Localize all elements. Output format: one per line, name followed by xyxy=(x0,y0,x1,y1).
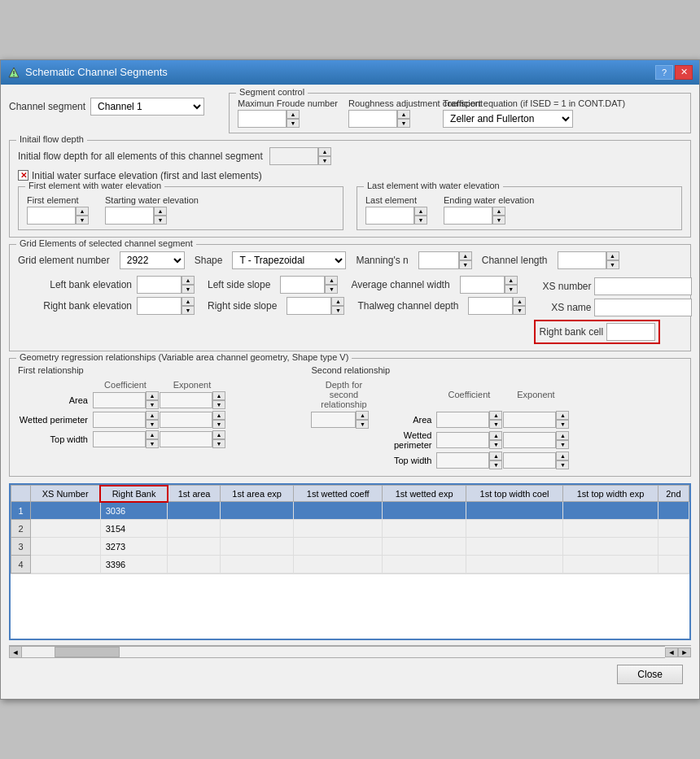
starting-water-input[interactable]: 191.56 xyxy=(105,207,154,225)
second-wetted-exp[interactable]: 0.00 xyxy=(503,432,556,448)
area-cell[interactable] xyxy=(168,502,221,520)
all-elements-down[interactable]: ▼ xyxy=(318,156,331,165)
second-cell[interactable] xyxy=(658,538,689,556)
first-wetted-coeff-up[interactable]: ▲ xyxy=(146,411,159,420)
row-num[interactable]: 1 xyxy=(11,502,31,520)
first-wetted-exp[interactable]: 0.00 xyxy=(160,412,212,428)
all-elements-up[interactable]: ▲ xyxy=(318,147,331,156)
second-depth-input[interactable]: 0.00 xyxy=(311,412,356,428)
last-element-down[interactable]: ▼ xyxy=(414,216,427,225)
roughness-adj-up[interactable]: ▲ xyxy=(397,110,410,119)
first-element-up[interactable]: ▲ xyxy=(76,207,89,216)
right-bank-elev-down[interactable]: ▼ xyxy=(182,306,195,315)
wetted-coeff-cell[interactable] xyxy=(293,538,383,556)
channel-length-up[interactable]: ▲ xyxy=(606,251,619,260)
second-depth-up[interactable]: ▲ xyxy=(356,411,369,420)
all-elements-input[interactable]: 0.00 xyxy=(269,147,318,165)
second-topwidth-coeff-up[interactable]: ▲ xyxy=(489,451,502,460)
right-bank-cell[interactable]: 3273 xyxy=(100,538,168,556)
thalweg-channel-depth-input[interactable]: 6.00 xyxy=(468,297,513,315)
left-bank-elev-up[interactable]: ▲ xyxy=(182,276,195,285)
max-froude-input[interactable]: 1.20 xyxy=(238,110,287,128)
second-area-coeff-up[interactable]: ▲ xyxy=(489,411,502,420)
avg-channel-width-input[interactable]: 16.00 xyxy=(460,276,505,294)
first-area-exp-down[interactable]: ▼ xyxy=(212,400,225,409)
top-width-exp-cell[interactable] xyxy=(563,556,658,574)
channel-length-input[interactable]: 32.00 xyxy=(558,251,606,269)
first-topwidth-exp[interactable]: 0.00 xyxy=(160,431,212,447)
second-topwidth-coeff[interactable]: 0.00 xyxy=(436,452,489,469)
wetted-coeff-cell[interactable] xyxy=(293,502,383,520)
table-row[interactable]: 13036 xyxy=(11,502,689,520)
second-area-coeff[interactable]: 0.00 xyxy=(436,412,489,428)
xs-number-cell[interactable] xyxy=(31,502,101,520)
row-num[interactable]: 3 xyxy=(11,538,31,556)
row-num[interactable]: 4 xyxy=(11,556,31,574)
wetted-exp-cell[interactable] xyxy=(383,538,466,556)
wetted-exp-cell[interactable] xyxy=(383,502,466,520)
last-element-up[interactable]: ▲ xyxy=(414,207,427,216)
second-area-exp-down[interactable]: ▼ xyxy=(556,420,569,429)
second-wetted-coeff-down[interactable]: ▼ xyxy=(489,440,502,449)
first-topwidth-coeff-up[interactable]: ▲ xyxy=(146,430,159,439)
second-wetted-coeff-up[interactable]: ▲ xyxy=(489,431,502,440)
left-bank-elev-input[interactable]: 0.00 xyxy=(137,276,182,294)
first-wetted-exp-up[interactable]: ▲ xyxy=(212,411,225,420)
second-wetted-exp-up[interactable]: ▲ xyxy=(556,431,569,440)
first-topwidth-exp-down[interactable]: ▼ xyxy=(212,439,225,448)
first-area-coeff[interactable]: 0.00 xyxy=(93,392,146,408)
max-froude-down[interactable]: ▼ xyxy=(287,119,300,128)
avg-channel-width-down[interactable]: ▼ xyxy=(505,285,518,294)
wetted-coeff-cell[interactable] xyxy=(293,520,383,538)
second-cell[interactable] xyxy=(658,556,689,574)
top-width-exp-cell[interactable] xyxy=(563,538,658,556)
wetted-exp-cell[interactable] xyxy=(383,556,466,574)
right-bank-elev-up[interactable]: ▲ xyxy=(182,297,195,306)
top-width-exp-cell[interactable] xyxy=(563,502,658,520)
first-element-down[interactable]: ▼ xyxy=(76,216,89,225)
right-side-slope-down[interactable]: ▼ xyxy=(331,306,344,315)
table-row[interactable]: 33273 xyxy=(11,538,689,556)
transport-eq-select[interactable]: Zeller and Fullerton xyxy=(443,110,573,128)
second-topwidth-exp[interactable]: 0.00 xyxy=(503,452,556,469)
horizontal-scrollbar[interactable]: ◄ ◄ ► xyxy=(9,645,691,658)
scroll-left-button[interactable]: ◄ xyxy=(9,646,22,658)
right-bank-cell[interactable]: 3036 xyxy=(100,502,168,520)
thalweg-channel-depth-up[interactable]: ▲ xyxy=(513,297,526,306)
area-cell[interactable] xyxy=(168,556,221,574)
first-topwidth-coeff[interactable]: 0.00 xyxy=(93,431,146,447)
second-area-coeff-down[interactable]: ▼ xyxy=(489,420,502,429)
right-side-slope-up[interactable]: ▲ xyxy=(331,297,344,306)
top-width-coel-cell[interactable] xyxy=(466,556,562,574)
xs-number-cell[interactable] xyxy=(31,556,101,574)
starting-water-down[interactable]: ▼ xyxy=(154,216,167,225)
starting-water-up[interactable]: ▲ xyxy=(154,207,167,216)
table-row[interactable]: 23154 xyxy=(11,520,689,538)
first-element-input[interactable]: 2922 xyxy=(27,207,76,225)
right-bank-cell[interactable]: 3154 xyxy=(100,520,168,538)
table-row[interactable]: 43396 xyxy=(11,556,689,574)
second-area-exp[interactable]: 0.00 xyxy=(503,412,556,428)
water-surface-checkbox[interactable]: ✕ xyxy=(18,170,28,181)
area-cell[interactable] xyxy=(168,538,221,556)
close-button[interactable]: Close xyxy=(617,665,683,684)
top-width-coel-cell[interactable] xyxy=(466,538,562,556)
first-topwidth-coeff-down[interactable]: ▼ xyxy=(146,439,159,448)
first-wetted-exp-down[interactable]: ▼ xyxy=(212,420,225,429)
scroll-track[interactable] xyxy=(22,646,665,658)
scroll-right-button-2[interactable]: ► xyxy=(678,648,691,657)
ending-water-input[interactable]: 188.34 xyxy=(444,207,492,225)
thalweg-channel-depth-down[interactable]: ▼ xyxy=(513,306,526,315)
left-side-slope-down[interactable]: ▼ xyxy=(325,285,338,294)
shape-select[interactable]: T - Trapezoidal xyxy=(232,251,346,269)
left-bank-elev-down[interactable]: ▼ xyxy=(182,285,195,294)
area-exp-cell[interactable] xyxy=(221,520,294,538)
grid-element-number-select[interactable]: 2922 xyxy=(120,251,185,269)
mannings-n-up[interactable]: ▲ xyxy=(459,251,472,260)
top-width-coel-cell[interactable] xyxy=(466,520,562,538)
second-area-exp-up[interactable]: ▲ xyxy=(556,411,569,420)
roughness-adj-down[interactable]: ▼ xyxy=(397,119,410,128)
first-wetted-coeff-down[interactable]: ▼ xyxy=(146,420,159,429)
roughness-adj-input[interactable]: 0.20 xyxy=(348,110,397,128)
second-depth-down[interactable]: ▼ xyxy=(356,420,369,429)
